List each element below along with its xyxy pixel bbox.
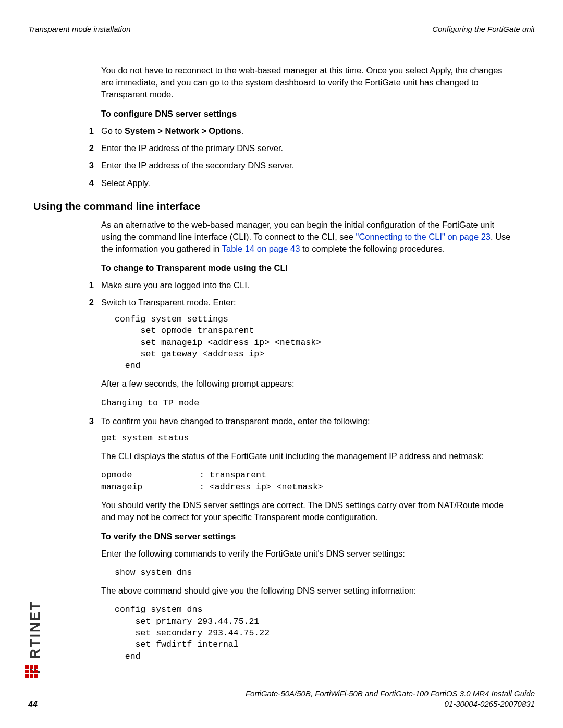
footer-line2: 01-30004-0265-20070831 (28, 699, 535, 709)
fortinet-icon (25, 665, 38, 678)
intro-paragraph: You do not have to reconnect to the web-… (101, 65, 514, 101)
cli-step-1: 1 Make sure you are logged into the CLI. (101, 279, 514, 291)
step-3: 3 Enter the IP address of the secondary … (101, 159, 514, 171)
step-number: 4 (79, 177, 101, 189)
step-number: 2 (79, 297, 101, 309)
cli-section-heading: Using the command line interface (33, 201, 514, 213)
link-connecting-cli[interactable]: "Connecting to the CLI" on page 23 (356, 232, 491, 241)
cli-transparent-heading: To change to Transparent mode using the … (101, 263, 514, 273)
code-get-status: get system status (101, 433, 514, 444)
step-number: 1 (79, 279, 101, 291)
step-text-suffix: . (241, 126, 244, 135)
step-text: Select Apply. (101, 177, 514, 189)
after-seconds-para: After a few seconds, the following promp… (101, 378, 514, 390)
cli-step-3: 3 To confirm you have changed to transpa… (101, 415, 514, 427)
link-table-14[interactable]: Table 14 on page 43 (222, 244, 300, 253)
page-footer: FortiGate-50A/50B, FortiWiFi-50B and For… (28, 688, 535, 710)
code-opmode: opmode : transparent manageip : <address… (101, 470, 514, 493)
cli-step-2: 2 Switch to Transparent mode. Enter: (101, 297, 514, 309)
dns-config-heading: To configure DNS server settings (101, 109, 514, 119)
step-text-prefix: Go to (101, 126, 125, 135)
step-text: To confirm you have changed to transpare… (101, 415, 514, 427)
verify-heading: To verify the DNS server settings (101, 532, 514, 541)
fortinet-logo: F RTINET (24, 572, 39, 676)
step-text: Switch to Transparent mode. Enter: (101, 297, 514, 309)
step-number: 1 (79, 125, 101, 137)
page-number: 44 (28, 700, 38, 709)
step-number: 2 (79, 142, 101, 154)
code-show-dns: show system dns (101, 567, 514, 578)
running-header: Transparent mode installation Configurin… (28, 24, 535, 33)
verify-cmd-para: Enter the following commands to verify t… (101, 548, 514, 560)
cli-displays-para: The CLI displays the status of the Forti… (101, 450, 514, 462)
step-text: Make sure you are logged into the CLI. (101, 279, 514, 291)
fortinet-logo-text: F RTINET (27, 600, 43, 674)
cli-intro-text-c: to complete the following procedures. (300, 244, 445, 253)
cli-intro-para: As an alternative to the web-based manag… (101, 219, 514, 255)
header-left: Transparent mode installation (28, 24, 131, 33)
header-rule (28, 21, 535, 21)
above-cmd-para: The above command should give you the fo… (101, 585, 514, 597)
header-right: Configuring the FortiGate unit (432, 24, 535, 33)
code-config-settings: config system settings set opmode transp… (101, 314, 514, 372)
step-text: Go to System > Network > Options. (101, 125, 514, 137)
step-1: 1 Go to System > Network > Options. (101, 125, 514, 137)
step-number: 3 (79, 159, 101, 171)
step-number: 3 (79, 415, 101, 427)
step-text: Enter the IP address of the secondary DN… (101, 159, 514, 171)
footer-line1: FortiGate-50A/50B, FortiWiFi-50B and For… (28, 688, 535, 699)
step-4: 4 Select Apply. (101, 177, 514, 189)
code-config-dns: config system dns set primary 293.44.75.… (101, 604, 514, 662)
code-changing-tp: Changing to TP mode (101, 398, 514, 409)
step-text: Enter the IP address of the primary DNS … (101, 142, 514, 154)
verify-para: You should verify the DNS server setting… (101, 499, 514, 523)
step-2: 2 Enter the IP address of the primary DN… (101, 142, 514, 154)
step-text-bold: System > Network > Options (125, 126, 241, 135)
